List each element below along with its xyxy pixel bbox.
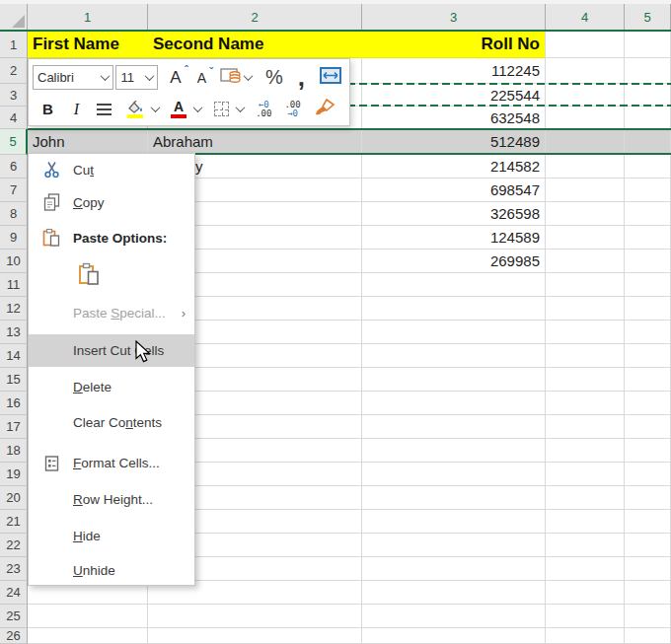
cell-r22-c4[interactable] (546, 534, 625, 557)
cell-r21-c4[interactable] (546, 510, 625, 534)
cell-r19-c3[interactable] (362, 463, 546, 486)
chevron-down-icon[interactable] (193, 103, 203, 112)
cell-r19-c4[interactable] (546, 463, 625, 486)
cell-r21-c5[interactable] (625, 510, 671, 534)
borders-button[interactable] (210, 96, 233, 123)
cell-r15-c5[interactable] (625, 368, 671, 392)
cell-r10-c4[interactable] (546, 250, 625, 273)
chevron-down-icon[interactable] (236, 103, 246, 112)
cell-r4-c5[interactable] (625, 107, 671, 129)
cell-r1-c5[interactable] (625, 32, 671, 58)
cell-r1-c1[interactable]: First Name (28, 32, 148, 58)
cell-r24-c5[interactable] (625, 581, 671, 605)
cell-r7-c4[interactable] (546, 179, 625, 202)
font-color-button[interactable]: A (167, 96, 190, 123)
row-header-18[interactable]: 18 (0, 439, 28, 463)
cell-r14-c5[interactable] (625, 344, 671, 368)
cell-r25-c5[interactable] (625, 605, 671, 628)
cell-r26-c3[interactable] (362, 628, 546, 644)
cell-r21-c3[interactable] (362, 510, 546, 534)
column-header-5[interactable]: 5 (625, 4, 671, 30)
accounting-format-button[interactable] (216, 64, 256, 92)
cell-r4-c4[interactable] (546, 107, 625, 129)
cell-r6-c5[interactable] (625, 155, 671, 179)
column-header-3[interactable]: 3 (362, 4, 546, 30)
row-header-10[interactable]: 10 (0, 250, 28, 273)
cell-r10-c3[interactable]: 269985 (362, 250, 546, 273)
cell-r20-c4[interactable] (546, 486, 625, 510)
cell-r25-c2[interactable] (148, 605, 362, 628)
menu-item-unhide[interactable]: Unhide (29, 553, 194, 587)
cell-r5-c4[interactable] (546, 129, 625, 155)
cell-r23-c3[interactable] (362, 557, 546, 581)
italic-button[interactable]: I (70, 96, 83, 123)
row-header-17[interactable]: 17 (0, 415, 28, 439)
row-header-12[interactable]: 12 (0, 297, 28, 321)
column-header-4[interactable]: 4 (546, 4, 625, 30)
cell-r1-c4[interactable] (546, 32, 625, 58)
row-header-19[interactable]: 19 (0, 463, 28, 486)
menu-item-clear-contents[interactable]: Clear Contents (29, 404, 194, 440)
cell-r11-c5[interactable] (625, 273, 671, 297)
cell-r20-c5[interactable] (625, 486, 671, 510)
cell-r17-c3[interactable] (362, 415, 546, 439)
menu-item-row-height[interactable]: Row Height... (29, 481, 194, 518)
cell-r19-c5[interactable] (625, 463, 671, 486)
cell-r9-c5[interactable] (625, 226, 671, 250)
cell-r20-c3[interactable] (362, 486, 546, 510)
cell-r12-c5[interactable] (625, 297, 671, 321)
cell-r17-c4[interactable] (546, 415, 625, 439)
row-header-16[interactable]: 16 (0, 392, 28, 415)
menu-item-copy[interactable]: Copy (29, 184, 194, 220)
cell-r16-c4[interactable] (546, 392, 625, 415)
menu-item-format-cells[interactable]: Format Cells... (29, 445, 194, 481)
cell-r8-c5[interactable] (625, 202, 671, 226)
cell-r2-c4[interactable] (546, 58, 625, 84)
row-header-26[interactable]: 26 (0, 628, 28, 644)
cell-r9-c4[interactable] (546, 226, 625, 250)
cell-r1-c3[interactable]: Roll No (362, 32, 546, 58)
cell-r3-c5[interactable] (625, 84, 671, 107)
cell-r6-c3[interactable]: 214582 (362, 155, 546, 179)
menu-item-delete[interactable]: Delete (29, 369, 194, 404)
cell-r24-c4[interactable] (546, 581, 625, 605)
cell-r15-c3[interactable] (362, 368, 546, 392)
cell-r8-c3[interactable]: 326598 (362, 202, 546, 226)
cell-r9-c3[interactable]: 124589 (362, 226, 546, 250)
cell-r25-c1[interactable] (28, 605, 148, 628)
cell-r14-c3[interactable] (362, 344, 546, 368)
cell-r13-c5[interactable] (625, 321, 671, 344)
cell-r5-c1[interactable]: John (28, 129, 148, 155)
row-header-8[interactable]: 8 (0, 202, 28, 226)
cell-r2-c5[interactable] (625, 58, 671, 84)
row-header-2[interactable]: 2 (0, 58, 28, 84)
cell-r7-c3[interactable]: 698547 (362, 179, 546, 202)
cell-r11-c4[interactable] (546, 273, 625, 297)
row-header-25[interactable]: 25 (0, 605, 28, 628)
cell-r18-c4[interactable] (546, 439, 625, 463)
cell-r22-c5[interactable] (625, 534, 671, 557)
cell-r13-c3[interactable] (362, 321, 546, 344)
row-header-21[interactable]: 21 (0, 510, 28, 534)
percent-style-button[interactable]: % (261, 64, 287, 92)
cell-r14-c4[interactable] (546, 344, 625, 368)
row-header-6[interactable]: 6 (0, 155, 28, 179)
font-size-select[interactable]: 11 (115, 65, 158, 90)
row-header-11[interactable]: 11 (0, 273, 28, 297)
cell-r5-c3[interactable]: 512489 (362, 129, 546, 155)
decrease-font-size-button[interactable]: Aˇ (193, 64, 210, 92)
chevron-down-icon[interactable] (151, 103, 161, 112)
row-header-23[interactable]: 23 (0, 557, 28, 581)
menu-item-insert-cut-cells[interactable]: Insert Cut Cells (29, 334, 194, 367)
row-header-1[interactable]: 1 (0, 32, 28, 58)
cell-r5-c2[interactable]: Abraham (148, 129, 362, 155)
merge-center-button[interactable] (316, 64, 345, 92)
cell-r26-c1[interactable] (28, 628, 148, 644)
increase-font-size-button[interactable]: Aˆ (166, 64, 185, 92)
cell-r18-c5[interactable] (625, 439, 671, 463)
cell-r17-c5[interactable] (625, 415, 671, 439)
row-header-3[interactable]: 3 (0, 84, 28, 107)
font-name-select[interactable]: Calibri (33, 65, 113, 90)
row-header-15[interactable]: 15 (0, 368, 28, 392)
cell-r12-c4[interactable] (546, 297, 625, 321)
